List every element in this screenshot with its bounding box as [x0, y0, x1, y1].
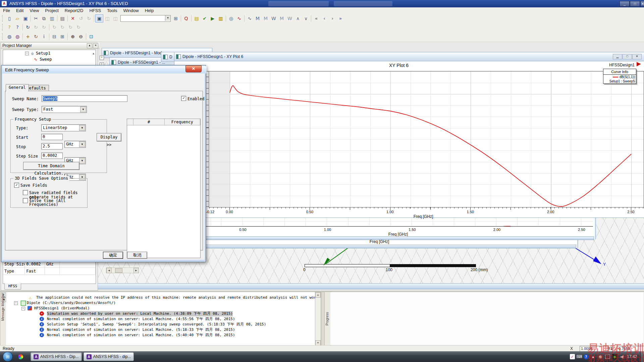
plot-close-button[interactable]: ✕ [632, 54, 642, 59]
wave-result-icon-7[interactable]: ∧ [294, 14, 302, 22]
dialog-titlebar[interactable]: Edit Frequency Sweep [2, 66, 207, 73]
save-fields-checkbox[interactable]: ✓ [14, 183, 19, 188]
curve-info-legend[interactable]: Curve Info dB(S(1,1)) Setup1 : Sweep5 [603, 69, 636, 84]
start-input[interactable]: 0 [41, 134, 63, 140]
toolbar-grip[interactable] [2, 15, 4, 22]
paste-icon[interactable]: ▥ [48, 14, 56, 22]
message-row[interactable]: −Dipole (C:/Users/andy/Documents/Ansoft/… [6, 300, 315, 306]
last-page-icon[interactable]: » [336, 14, 344, 22]
scrollbar-thumb[interactable] [115, 268, 122, 273]
notes-tray-icon[interactable]: ✓ [570, 354, 575, 359]
scroll-down-icon[interactable]: ▼ [315, 340, 321, 346]
message-row[interactable]: iNormal completion of simulation on serv… [6, 333, 315, 338]
generate-fields-checkbox[interactable] [23, 198, 28, 203]
copy-icon[interactable]: ⧉ [40, 14, 48, 22]
message-row[interactable]: iSolution Setup 'Setup1', Sweep 'Sweep6'… [6, 322, 315, 327]
collapse-panel-icon[interactable]: ▲ [87, 43, 92, 48]
collapse-node-icon[interactable]: − [21, 307, 25, 310]
context-help-icon[interactable]: ? [13, 23, 21, 31]
zoom-results-icon[interactable]: ◎ [227, 14, 235, 22]
select-object-icon[interactable]: ▣ [95, 14, 103, 22]
wave-result-icon-3[interactable]: M [262, 14, 270, 22]
message-row[interactable]: ⚠The application could not resolve the I… [6, 295, 315, 300]
enabled-checkbox[interactable]: ✓ [181, 96, 186, 101]
xy-plot-window-titlebar[interactable]: Dipole - HFSSDesign1 - XY Plot 6 ▁ □ ✕ [174, 52, 644, 61]
plot-maximize-button[interactable]: □ [623, 54, 632, 59]
tree-item-setup1[interactable]: Setup1 [36, 51, 50, 56]
first-page-icon[interactable]: « [312, 14, 320, 22]
boundary-display-icon[interactable]: ◍ [5, 33, 13, 41]
menu-report2d[interactable]: Report2D [62, 7, 87, 14]
message-row[interactable]: iNormal completion of simulation on serv… [6, 327, 315, 333]
help-topics-icon[interactable]: ? [5, 23, 13, 31]
solver-options-icon[interactable]: Q [182, 14, 190, 22]
taskbar-clock[interactable]: 17:42 [627, 354, 637, 359]
maximize-button[interactable]: □ [630, 1, 640, 7]
scroll-up-icon[interactable]: ▲ [93, 52, 94, 55]
settings-tray-icon[interactable]: ◉ [597, 354, 603, 360]
cut-icon[interactable]: ✂ [32, 14, 40, 22]
material-combobox[interactable]: ▼ [120, 15, 171, 22]
tree-item-sweep[interactable]: Sweep [40, 57, 52, 62]
sweep-name-input[interactable]: Sweep5 [42, 95, 127, 102]
wave-result-icon-6[interactable]: W [286, 14, 294, 22]
show-desktop-button[interactable] [640, 351, 644, 362]
model-tree-expand-icon[interactable]: + [100, 56, 104, 60]
menu-tools[interactable]: Tools [104, 7, 120, 14]
display-button[interactable]: Display >> [97, 133, 121, 141]
print-icon[interactable]: ▤ [58, 14, 66, 22]
measure-icon[interactable]: ⊞ [58, 33, 66, 41]
menu-project[interactable]: Project [42, 7, 61, 14]
prev-page-icon[interactable]: ‹ [320, 14, 328, 22]
plot-minimize-button[interactable]: ▁ [613, 54, 622, 59]
validate-icon[interactable]: ✔ [201, 14, 209, 22]
color-profile-icon[interactable] [17, 354, 23, 360]
menu-edit[interactable]: Edit [13, 7, 26, 14]
rotate-icon[interactable]: ↻ [32, 33, 40, 41]
stop-input[interactable]: 2.5 [41, 143, 63, 149]
minimize-button[interactable]: _ [620, 1, 630, 7]
chevron-down-icon[interactable]: ▼ [79, 158, 85, 164]
scroll-left-icon[interactable]: ◀ [106, 268, 112, 273]
property-row[interactable]: TypeFast [3, 268, 96, 275]
menu-help[interactable]: Help [142, 7, 157, 14]
close-panel-icon[interactable]: ✕ [93, 43, 98, 48]
solve-loop-icon[interactable]: ↻ [24, 23, 32, 31]
collapse-node-icon[interactable]: − [25, 52, 29, 55]
pan-icon[interactable]: + [24, 33, 32, 41]
chevron-down-icon[interactable]: ▼ [79, 141, 85, 147]
chevron-down-icon[interactable]: ▼ [165, 15, 170, 21]
ok-button[interactable]: 确定 [103, 252, 123, 259]
create-report-icon[interactable]: ∿ [235, 14, 243, 22]
toolbar-grip[interactable] [2, 24, 4, 31]
menu-file[interactable]: File [0, 7, 13, 14]
save-radiated-checkbox[interactable] [23, 190, 28, 195]
keyboard-tray-icon[interactable]: ⌨ [576, 354, 582, 360]
model-summary-icon[interactable]: ▤ [193, 14, 201, 22]
toolbar-grip[interactable] [2, 33, 4, 40]
scroll-right-icon[interactable]: ▶ [133, 268, 139, 273]
nvidia-tray-icon[interactable]: ◉ [612, 354, 618, 359]
delete-icon[interactable]: ✕ [69, 14, 77, 22]
dialog-close-button[interactable]: ✕ [185, 65, 202, 72]
taskbar-button[interactable]: AANSYS HFSS - dip... [84, 352, 134, 361]
new-file-icon[interactable]: ▯ [5, 14, 13, 22]
solution-data-icon[interactable]: ▥ [217, 14, 225, 22]
zoom-in-icon[interactable]: ⊕ [69, 33, 77, 41]
wave-result-icon-5[interactable]: M [278, 14, 286, 22]
open-file-icon[interactable]: ▱ [13, 14, 21, 22]
frequency-table[interactable]: #Frequency [127, 119, 201, 258]
tab-general[interactable]: General [6, 84, 29, 92]
info-icon[interactable]: i [40, 33, 48, 41]
zoom-out-icon[interactable]: ⊖ [77, 33, 85, 41]
next-page-icon[interactable]: › [328, 14, 336, 22]
type-combobox[interactable]: LinearStep ▼ [41, 124, 86, 131]
radiation-display-icon[interactable]: ◍ [13, 33, 21, 41]
show-hidden-icons[interactable]: ▲ [590, 354, 596, 360]
help-tray-icon[interactable]: ? [584, 354, 589, 359]
wave-result-icon-1[interactable]: ∿ [246, 14, 254, 22]
save-icon[interactable]: ▣ [21, 14, 30, 22]
menu-hfss[interactable]: HFSS [86, 7, 104, 14]
volume-tray-icon[interactable]: ◀ [619, 354, 625, 360]
fit-all-icon[interactable]: ⊡ [87, 33, 95, 41]
